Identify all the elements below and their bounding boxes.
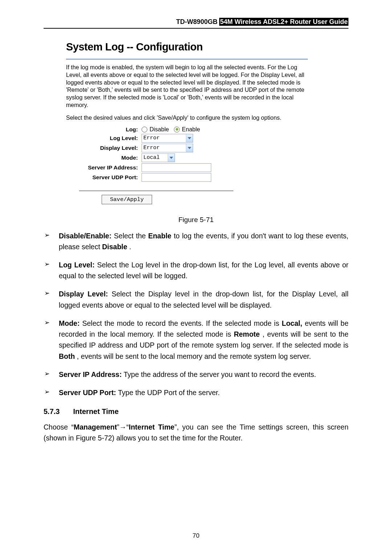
save-apply-button[interactable]: Save/Apply: [102, 195, 152, 204]
page-header: TD-W8900GB 54M Wireless ADSL2+ Router Us…: [44, 18, 348, 29]
section-number: 5.7.3: [44, 407, 71, 416]
list-item: Server UDP Port: Type the UDP Port of th…: [44, 387, 348, 398]
input-server-ip[interactable]: [142, 163, 211, 172]
row-mode: Mode: Local: [66, 153, 308, 162]
chevron-down-icon: [186, 144, 193, 152]
row-serverport: Server UDP Port:: [66, 173, 308, 182]
list-item: Disable/Enable: Select the Enable to log…: [44, 230, 348, 252]
screenshot-panel: System Log -- Configuration If the log m…: [66, 41, 308, 204]
list-item: Log Level: Select the Log level in the d…: [44, 259, 348, 281]
label-serverip: Server IP Address:: [66, 164, 142, 171]
panel-instruction: Select the desired values and click 'Sav…: [66, 114, 308, 122]
radio-enable-label: Enable: [182, 126, 200, 133]
row-serverip: Server IP Address:: [66, 163, 308, 172]
label-serverport: Server UDP Port:: [66, 174, 142, 181]
select-loglevel[interactable]: Error: [142, 134, 193, 143]
page-number: 70: [0, 532, 392, 539]
row-loglevel: Log Level: Error: [66, 134, 308, 143]
select-loglevel-value: Error: [142, 134, 162, 142]
figure-caption: Figure 5-71: [44, 216, 348, 224]
row-displaylevel: Display Level: Error: [66, 144, 308, 152]
bullet-list: Disable/Enable: Select the Enable to log…: [44, 230, 348, 398]
label-displaylevel: Display Level:: [66, 145, 142, 151]
select-displaylevel[interactable]: Error: [142, 144, 193, 152]
row-log: Log: Disable Enable: [66, 126, 308, 133]
chevron-down-icon: [186, 134, 193, 142]
model-number: TD-W8900GB: [176, 18, 217, 25]
select-displaylevel-value: Error: [142, 144, 162, 152]
select-mode[interactable]: Local: [142, 153, 175, 162]
list-item: Mode: Select the mode to record the even…: [44, 318, 348, 362]
guide-title: 54M Wireless ADSL2+ Router User Guide: [219, 18, 348, 26]
chevron-down-icon: [168, 154, 175, 162]
label-log: Log:: [66, 126, 142, 133]
radio-disable[interactable]: [142, 127, 147, 132]
panel-title: System Log -- Configuration: [66, 41, 308, 53]
section-heading: 5.7.3 Internet Time: [44, 407, 348, 416]
list-item: Display Level: Select the Display level …: [44, 288, 348, 310]
label-mode: Mode:: [66, 155, 142, 161]
panel-description: If the log mode is enabled, the system w…: [66, 59, 308, 109]
section-body: Choose “Management”→“Internet Time”, you…: [44, 422, 348, 443]
select-mode-value: Local: [142, 154, 162, 162]
list-item: Server IP Address: Type the address of t…: [44, 369, 348, 380]
log-radio-group: Disable Enable: [142, 126, 200, 133]
page: TD-W8900GB 54M Wireless ADSL2+ Router Us…: [0, 0, 392, 554]
section-title: Internet Time: [73, 407, 119, 415]
divider: [79, 190, 233, 191]
radio-disable-label: Disable: [150, 126, 169, 133]
input-server-port[interactable]: [142, 173, 211, 182]
label-loglevel: Log Level:: [66, 135, 142, 141]
radio-enable[interactable]: [174, 127, 180, 132]
